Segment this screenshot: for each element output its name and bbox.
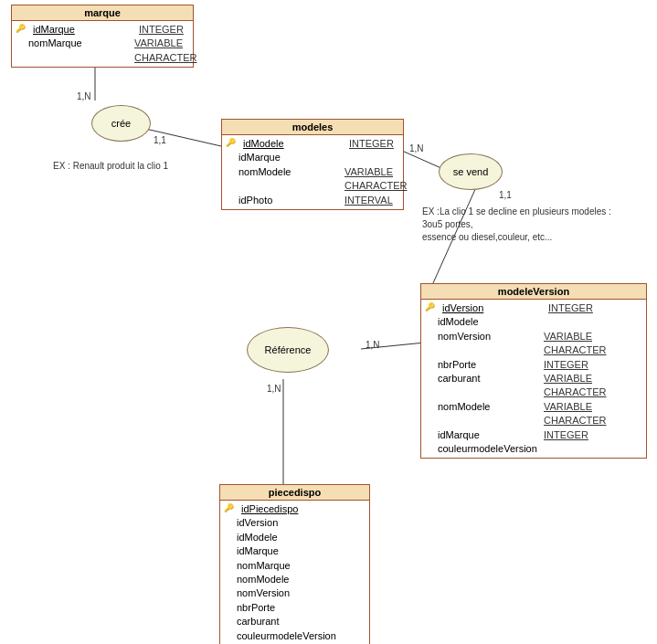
field-type: INTEGER <box>548 301 593 315</box>
relationship-label: Référence <box>265 344 312 355</box>
table-row: 🔑 idPiecedispo <box>224 502 366 516</box>
field-name: couleurmodeleVersion <box>438 442 538 456</box>
entity-marque: marque 🔑 idMarque INTEGER nomMarque VARI… <box>11 5 194 68</box>
cardinality-1n-4: 1,N <box>267 384 281 394</box>
note-2: EX :La clio 1 se decline en plusieurs mo… <box>422 206 611 244</box>
diagram-canvas: marque 🔑 idMarque INTEGER nomMarque VARI… <box>0 0 657 644</box>
table-row: nomMarque VARIABLE CHARACTER <box>16 37 189 65</box>
table-row: nomMarque <box>224 559 366 573</box>
table-row: nomVersion <box>224 586 366 600</box>
entity-modeles-header: modeles <box>222 120 403 135</box>
field-type: INTEGER <box>139 23 184 37</box>
table-row: idPhoto INTERVAL <box>226 194 399 207</box>
pk-icon: 🔑 <box>226 137 236 151</box>
field-name: idPhoto <box>238 194 339 207</box>
table-row: idMarque <box>226 151 399 164</box>
table-row: 🔑 idMarque INTEGER <box>16 23 189 37</box>
field-name: idMarque <box>33 23 133 37</box>
field-type: INTEGER <box>349 137 394 151</box>
field-name: nomMarque <box>28 37 129 65</box>
table-row: 🔑 idModele INTEGER <box>226 137 399 151</box>
pk-icon: 🔑 <box>224 502 234 516</box>
table-row: carburant VARIABLE CHARACTER <box>425 372 642 400</box>
svg-line-2 <box>402 151 443 169</box>
field-name: nomVersion <box>438 330 538 358</box>
field-name: idModele <box>438 315 538 329</box>
table-row: idMarque INTEGER <box>425 428 642 442</box>
field-name: nomModele <box>238 165 339 194</box>
field-name: nomModele <box>438 400 538 428</box>
field-type: VARIABLE CHARACTER <box>544 372 642 400</box>
field-name: carburant <box>438 372 538 400</box>
table-row: nomModele <box>224 573 366 586</box>
field-type: INTEGER <box>544 428 588 442</box>
relationship-sevend: se vend <box>439 153 503 190</box>
table-row: nomModele VARIABLE CHARACTER <box>226 165 399 194</box>
field-name: idVersion <box>442 301 543 315</box>
table-row: couleurmodeleVersion <box>224 629 366 643</box>
entity-modeles-body: 🔑 idModele INTEGER idMarque nomModele VA… <box>222 135 403 209</box>
field-type: INTERVAL <box>344 194 393 207</box>
entity-piecedispo-body: 🔑 idPiecedispo idVersion idModele idMarq… <box>220 501 369 644</box>
field-name: idMarque <box>238 151 339 164</box>
pk-icon: 🔑 <box>16 23 26 37</box>
field-type: VARIABLE CHARACTER <box>344 165 407 194</box>
cardinality-1n-1: 1,N <box>77 91 91 101</box>
field-type: VARIABLE CHARACTER <box>544 400 642 428</box>
table-row: nbrPorte INTEGER <box>425 358 642 372</box>
field-type: VARIABLE CHARACTER <box>134 37 196 65</box>
entity-modeles: modeles 🔑 idModele INTEGER idMarque nomM… <box>221 119 404 210</box>
table-row: nbrPorte <box>224 601 366 615</box>
table-row: idMarque <box>224 544 366 558</box>
relationship-reference: Référence <box>247 327 329 373</box>
relationship-label: crée <box>111 118 131 129</box>
field-type: INTEGER <box>544 358 588 372</box>
field-name: idModele <box>237 531 337 544</box>
table-row: 🔑 idVersion INTEGER <box>425 301 642 315</box>
field-type: VARIABLE CHARACTER <box>544 330 642 358</box>
table-row: carburant <box>224 615 366 628</box>
field-name: idModele <box>243 137 344 151</box>
table-row: nomModele VARIABLE CHARACTER <box>425 400 642 428</box>
entity-marque-body: 🔑 idMarque INTEGER nomMarque VARIABLE CH… <box>12 21 193 67</box>
cardinality-1n-3: 1,N <box>366 340 380 350</box>
cardinality-1n-2: 1,N <box>409 143 424 153</box>
cardinality-11-2: 1,1 <box>499 190 512 200</box>
entity-piecedispo: piecedispo 🔑 idPiecedispo idVersion idMo… <box>219 484 370 644</box>
field-name: carburant <box>237 615 337 628</box>
table-row: nomVersion VARIABLE CHARACTER <box>425 330 642 358</box>
field-name: idMarque <box>237 544 337 558</box>
entity-modeleversion-body: 🔑 idVersion INTEGER idModele nomVersion … <box>421 300 646 458</box>
relationship-label: se vend <box>453 166 489 177</box>
table-row: idVersion <box>224 516 366 530</box>
cardinality-11-1: 1,1 <box>154 135 166 145</box>
relationship-cree: crée <box>91 105 151 142</box>
note-1: EX : Renault produit la clio 1 <box>53 160 168 173</box>
table-row: couleurmodeleVersion <box>425 442 642 456</box>
entity-modeleversion-header: modeleVersion <box>421 284 646 300</box>
field-name: nbrPorte <box>438 358 538 372</box>
entity-marque-header: marque <box>12 5 193 21</box>
field-name: idVersion <box>237 516 337 530</box>
table-row: idModele <box>425 315 642 329</box>
field-name: nbrPorte <box>237 601 337 615</box>
field-name: couleurmodeleVersion <box>237 629 337 643</box>
field-name: idMarque <box>438 428 538 442</box>
pk-icon: 🔑 <box>425 301 435 315</box>
field-name: idPiecedispo <box>241 502 342 516</box>
field-name: nomVersion <box>237 586 337 600</box>
table-row: idModele <box>224 531 366 544</box>
field-name: nomModele <box>237 573 337 586</box>
field-name: nomMarque <box>237 559 337 573</box>
entity-piecedispo-header: piecedispo <box>220 485 369 501</box>
entity-modeleversion: modeleVersion 🔑 idVersion INTEGER idMode… <box>420 283 647 459</box>
